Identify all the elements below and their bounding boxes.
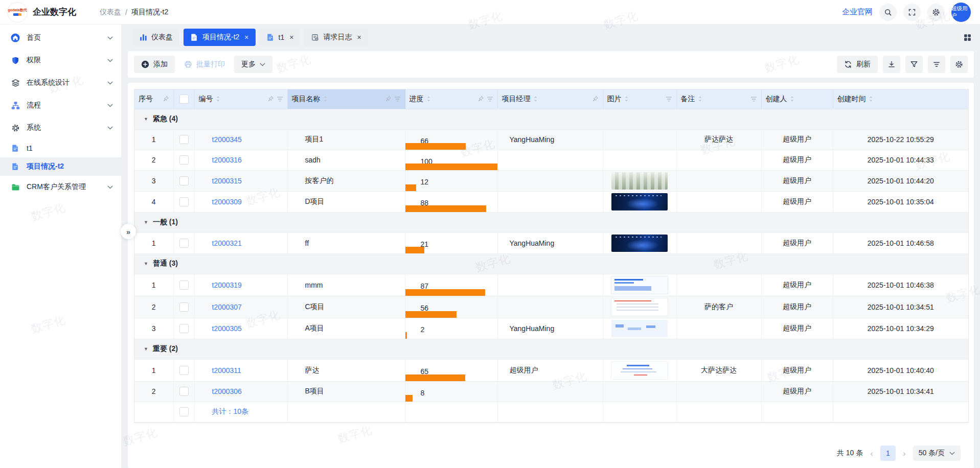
project-code-link[interactable]: t2000307	[212, 303, 242, 311]
panel-expand-handle[interactable]: »	[121, 224, 136, 239]
row-checkbox[interactable]	[179, 387, 189, 396]
collapse-caret-icon[interactable]: ▼	[144, 261, 148, 266]
table-row[interactable]: 3t2000305A项目2YangHuaMing超级用户2025-10-01 1…	[134, 318, 968, 339]
project-image-thumbnail[interactable]	[611, 361, 668, 380]
table-row[interactable]: 1t2000319mmm87超级用户2025-10-01 10:46:38	[134, 274, 968, 296]
sort-icon[interactable]	[216, 96, 220, 102]
sort-icon[interactable]	[323, 96, 328, 102]
project-code-link[interactable]: t2000305	[212, 324, 242, 333]
current-page-button[interactable]: 1	[880, 446, 896, 461]
settings-button[interactable]	[927, 4, 945, 21]
column-header[interactable]: 创建时间	[833, 89, 968, 109]
column-header[interactable]: 创建人	[761, 89, 833, 109]
group-header-row[interactable]: ▼一般 (1)	[134, 212, 968, 232]
project-image-thumbnail[interactable]	[611, 276, 668, 294]
sidebar-item-crm[interactable]: CRM客户关系管理	[0, 176, 121, 198]
tab-request-log[interactable]: 请求日志×	[304, 29, 368, 46]
project-code-link[interactable]: t2000345	[212, 135, 242, 144]
close-icon[interactable]: ×	[289, 33, 293, 41]
table-row[interactable]: 4t2000309D项目88超级用户2025-10-01 10:35:04	[134, 191, 968, 212]
project-image-thumbnail[interactable]	[611, 172, 668, 190]
sort-icon[interactable]	[698, 96, 702, 102]
row-checkbox[interactable]	[179, 280, 189, 290]
refresh-button[interactable]: 刷新	[837, 56, 878, 73]
column-header[interactable]: 项目经理	[497, 89, 603, 109]
project-code-link[interactable]: t2000315	[212, 177, 242, 185]
breadcrumb-item-dashboard[interactable]: 仪表盘	[100, 8, 121, 17]
table-row[interactable]: 1t2000321ff21YangHuaMing超级用户2025-10-01 1…	[134, 232, 968, 253]
row-checkbox[interactable]	[179, 324, 189, 333]
fullscreen-button[interactable]	[903, 4, 921, 21]
sidebar-item-workflow[interactable]: 流程	[0, 94, 121, 116]
sidebar-item-permissions[interactable]: 权限	[0, 49, 121, 72]
project-code-link[interactable]: t2000309	[212, 198, 242, 206]
search-button[interactable]	[879, 4, 897, 21]
collapse-caret-icon[interactable]: ▼	[144, 346, 148, 352]
table-row[interactable]: 2t2000306B项目8超级用户2025-10-01 10:34:41	[134, 381, 968, 402]
project-code-link[interactable]: t2000319	[212, 281, 242, 289]
pin-icon[interactable]	[163, 96, 169, 102]
filter-icon[interactable]	[750, 97, 757, 102]
select-all-checkbox[interactable]	[179, 95, 189, 104]
table-row[interactable]: 2t2000307C项目56萨的客户超级用户2025-10-01 10:34:5…	[134, 296, 968, 318]
column-header[interactable]: 项目名称	[287, 89, 405, 109]
tab-project-status-t2[interactable]: 项目情况-t2×	[184, 29, 256, 46]
row-checkbox[interactable]	[179, 366, 189, 375]
user-avatar[interactable]: 超级用户	[951, 3, 971, 22]
row-checkbox[interactable]	[179, 155, 189, 165]
project-code-link[interactable]: t2000321	[212, 239, 242, 247]
project-image-thumbnail[interactable]	[611, 298, 668, 316]
row-checkbox[interactable]	[179, 239, 189, 248]
sort-icon[interactable]	[790, 96, 794, 102]
project-image-thumbnail[interactable]	[611, 320, 668, 337]
tab-layout-button[interactable]	[963, 33, 972, 42]
close-icon[interactable]: ×	[357, 33, 361, 41]
project-code-link[interactable]: t2000306	[212, 387, 242, 395]
table-settings-button[interactable]	[950, 56, 968, 73]
filter-icon[interactable]	[394, 97, 401, 102]
row-checkbox[interactable]	[179, 176, 189, 185]
tab-t1[interactable]: t1×	[260, 29, 301, 46]
sidebar-item-home[interactable]: 首页	[0, 27, 121, 49]
column-header[interactable]: 图片	[603, 89, 676, 109]
collapse-caret-icon[interactable]: ▼	[144, 116, 148, 122]
add-button[interactable]: 添加	[134, 56, 175, 73]
column-header[interactable]: 编号	[194, 89, 287, 109]
table-row[interactable]: 3t2000315按客户的12超级用户2025-10-01 10:44:20	[134, 170, 968, 191]
pin-icon[interactable]	[477, 96, 484, 102]
filter-button[interactable]	[905, 56, 923, 73]
table-row[interactable]: 1t2000345项目166YangHuaMing萨达萨达超级用户2025-10…	[134, 129, 968, 150]
portal-link[interactable]: 企业官网	[842, 7, 873, 17]
sidebar-item-online-design[interactable]: 在线系统设计	[0, 72, 121, 94]
group-header-row[interactable]: ▼重要 (2)	[134, 339, 968, 359]
group-header-row[interactable]: ▼普通 (3)	[134, 253, 968, 274]
filter-icon[interactable]	[666, 97, 672, 102]
project-image-thumbnail[interactable]	[611, 193, 668, 210]
project-image-thumbnail[interactable]	[611, 235, 668, 252]
export-button[interactable]	[883, 56, 900, 73]
sort-icon[interactable]	[426, 96, 431, 102]
filter-icon[interactable]	[277, 97, 283, 102]
more-button[interactable]: 更多	[234, 56, 272, 73]
sidebar-item-t1[interactable]: t1	[0, 139, 121, 157]
table-row[interactable]: 1t2000311萨达65超级用户大萨达萨达超级用户2025-10-01 10:…	[134, 359, 968, 381]
column-header[interactable]: 备注	[676, 89, 761, 109]
sidebar-item-project-status-t2[interactable]: 项目情况-t2	[0, 157, 121, 176]
pin-icon[interactable]	[385, 96, 392, 102]
project-code-link[interactable]: t2000316	[212, 156, 242, 164]
pin-icon[interactable]	[592, 96, 599, 102]
next-page-button[interactable]: ›	[903, 449, 906, 458]
column-header-select-all[interactable]	[173, 89, 194, 109]
column-header[interactable]: 进度	[405, 89, 497, 109]
page-size-select[interactable]: 50 条/页	[913, 446, 961, 461]
row-checkbox[interactable]	[179, 197, 189, 206]
sidebar-item-system[interactable]: 系统	[0, 116, 121, 139]
summary-checkbox[interactable]	[179, 407, 189, 416]
close-icon[interactable]: ×	[244, 33, 248, 41]
row-checkbox[interactable]	[179, 302, 189, 312]
collapse-caret-icon[interactable]: ▼	[144, 220, 148, 225]
row-checkbox[interactable]	[179, 135, 189, 144]
group-header-row[interactable]: ▼紧急 (4)	[134, 109, 968, 129]
sort-icon[interactable]	[533, 96, 538, 102]
pin-icon[interactable]	[267, 96, 274, 102]
